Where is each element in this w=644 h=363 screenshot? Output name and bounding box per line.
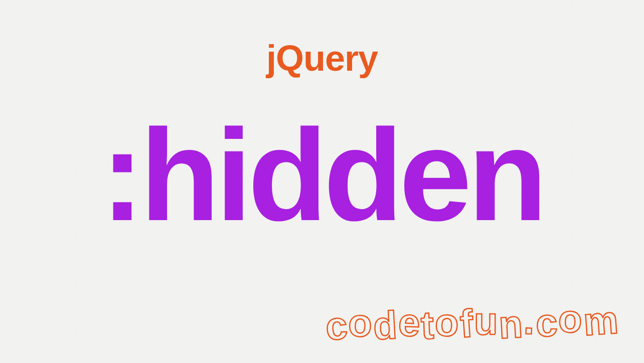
watermark-text: codetofun.com: [325, 297, 619, 348]
main-title-text: :hidden: [101, 100, 544, 250]
subtitle-text: jQuery: [266, 38, 378, 79]
